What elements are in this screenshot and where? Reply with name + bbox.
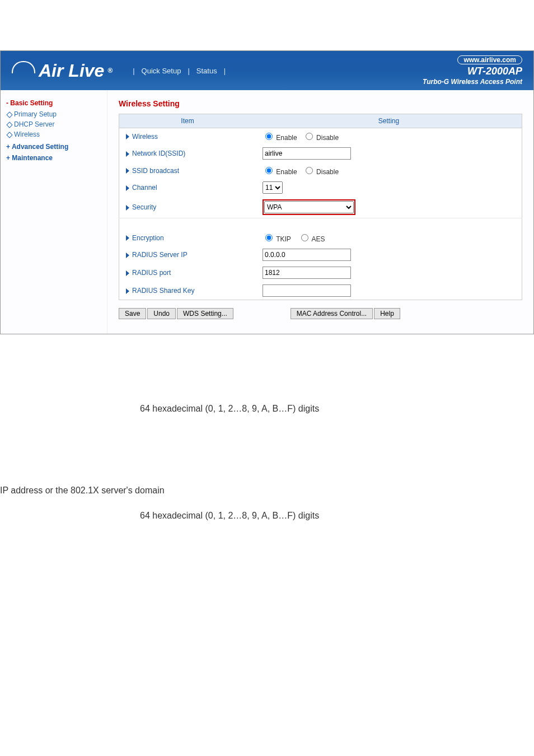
header-bar: Air Live® | Quick Setup | Status | www.a… bbox=[1, 51, 533, 90]
wireless-enable-option[interactable]: Enable bbox=[263, 134, 297, 142]
label-security: Security bbox=[132, 203, 156, 211]
header-right: www.airlive.com WT-2000AP Turbo-G Wirele… bbox=[423, 55, 522, 86]
brand-logo: Air Live® bbox=[12, 60, 113, 81]
wireless-enable-text: Enable bbox=[276, 134, 297, 142]
encryption-tkip-text: TKIP bbox=[276, 235, 291, 243]
sidebar: - Basic Setting Primary Setup DHCP Serve… bbox=[1, 90, 107, 334]
content-area: Wireless Setting Item Setting Wireless E… bbox=[107, 90, 533, 334]
header-nav: | Quick Setup | Status | bbox=[129, 67, 229, 75]
col-header-item: Item bbox=[119, 114, 256, 128]
wireless-disable-option[interactable]: Disable bbox=[303, 134, 339, 142]
sidebar-item-primary-setup[interactable]: Primary Setup bbox=[6, 109, 101, 119]
ssid-enable-radio[interactable] bbox=[265, 167, 273, 174]
hex-digits-note-1: 64 hexadecimal (0, 1, 2…8, 9, A, B…F) di… bbox=[0, 402, 534, 416]
label-encryption: Encryption bbox=[132, 234, 164, 242]
label-wireless: Wireless bbox=[132, 133, 158, 141]
nav-status[interactable]: Status bbox=[193, 67, 221, 75]
label-ssid-broadcast: SSID broadcast bbox=[132, 167, 179, 175]
label-radius-key: RADIUS Shared Key bbox=[132, 287, 194, 295]
hex-digits-note-2: 64 hexadecimal (0, 1, 2…8, 9, A, B…F) di… bbox=[0, 508, 534, 523]
sidebar-group-advanced[interactable]: + Advanced Setting bbox=[6, 143, 101, 151]
nav-separator: | bbox=[129, 67, 138, 75]
triangle-icon bbox=[126, 235, 129, 241]
ssid-enable-text: Enable bbox=[276, 168, 297, 176]
page-title: Wireless Setting bbox=[119, 99, 522, 108]
product-tagline: Turbo-G Wireless Access Point bbox=[423, 78, 522, 86]
ip-domain-note: IP address or the 802.1X server's domain bbox=[0, 483, 534, 498]
sidebar-item-wireless[interactable]: Wireless bbox=[6, 129, 101, 139]
url-pill: www.airlive.com bbox=[457, 55, 522, 64]
app-window: Air Live® | Quick Setup | Status | www.a… bbox=[0, 50, 534, 334]
triangle-icon bbox=[126, 168, 129, 174]
radius-key-input[interactable] bbox=[263, 284, 351, 297]
label-channel: Channel bbox=[132, 184, 157, 192]
radius-port-input[interactable] bbox=[263, 267, 351, 279]
logo-registered: ® bbox=[107, 67, 113, 74]
col-header-setting: Setting bbox=[256, 114, 522, 128]
network-id-input[interactable] bbox=[263, 147, 351, 160]
channel-select[interactable]: 11 bbox=[263, 181, 283, 194]
encryption-tkip-option[interactable]: TKIP bbox=[263, 235, 291, 243]
wireless-disable-text: Disable bbox=[316, 134, 339, 142]
nav-separator: | bbox=[221, 67, 229, 75]
product-name: WT-2000AP bbox=[423, 66, 522, 78]
triangle-icon bbox=[126, 288, 129, 294]
triangle-icon bbox=[126, 270, 129, 276]
security-highlight: WPA bbox=[263, 199, 355, 215]
triangle-icon bbox=[126, 253, 129, 258]
sidebar-item-dhcp-server[interactable]: DHCP Server bbox=[6, 119, 101, 129]
ssid-disable-option[interactable]: Disable bbox=[303, 168, 339, 176]
triangle-icon bbox=[126, 185, 129, 191]
help-button[interactable]: Help bbox=[374, 308, 400, 319]
label-network-id: Network ID(SSID) bbox=[132, 150, 185, 157]
ssid-enable-option[interactable]: Enable bbox=[263, 168, 297, 176]
encryption-aes-radio[interactable] bbox=[301, 234, 308, 241]
nav-quick-setup[interactable]: Quick Setup bbox=[138, 67, 185, 75]
ssid-disable-text: Disable bbox=[316, 168, 339, 176]
wireless-settings-table: Item Setting Wireless Enable Disable Net… bbox=[119, 114, 522, 300]
encryption-tkip-radio[interactable] bbox=[265, 234, 273, 241]
logo-text: Air Live bbox=[39, 60, 104, 81]
wireless-disable-radio[interactable] bbox=[306, 133, 313, 140]
sidebar-group-basic[interactable]: - Basic Setting bbox=[6, 99, 101, 107]
save-button[interactable]: Save bbox=[119, 308, 146, 319]
undo-button[interactable]: Undo bbox=[147, 308, 176, 319]
sidebar-group-maintenance[interactable]: + Maintenance bbox=[6, 154, 101, 162]
button-bar: Save Undo WDS Setting... MAC Address Con… bbox=[119, 308, 522, 319]
wireless-enable-radio[interactable] bbox=[265, 133, 273, 140]
logo-arc-icon bbox=[12, 61, 35, 73]
radius-ip-input[interactable] bbox=[263, 249, 351, 261]
mac-address-control-button[interactable]: MAC Address Control... bbox=[291, 308, 373, 319]
label-radius-port: RADIUS port bbox=[132, 269, 171, 277]
encryption-aes-option[interactable]: AES bbox=[298, 235, 325, 243]
ssid-disable-radio[interactable] bbox=[306, 167, 313, 174]
label-radius-ip: RADIUS Server IP bbox=[132, 251, 188, 259]
nav-separator: | bbox=[184, 67, 193, 75]
triangle-icon bbox=[126, 134, 129, 139]
security-select[interactable]: WPA bbox=[264, 201, 354, 213]
triangle-icon bbox=[126, 205, 129, 211]
triangle-icon bbox=[126, 151, 129, 157]
wds-setting-button[interactable]: WDS Setting... bbox=[177, 308, 233, 319]
below-text-area: 64 hexadecimal (0, 1, 2…8, 9, A, B…F) di… bbox=[0, 402, 534, 523]
encryption-aes-text: AES bbox=[312, 235, 325, 243]
